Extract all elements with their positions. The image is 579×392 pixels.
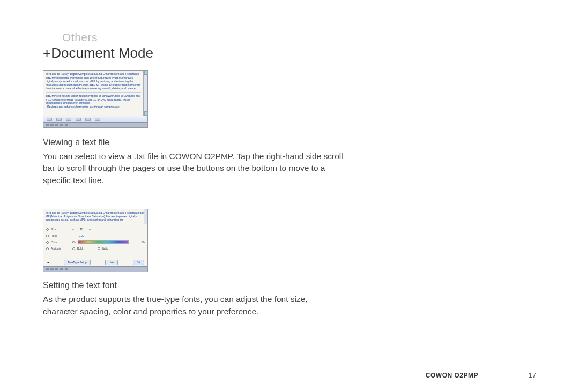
- row-ratio: Ratio − 0.00 +: [46, 232, 145, 239]
- pointer-icon: ◄: [47, 261, 49, 264]
- shot1-para2: BBE MP extends the upper frequency range…: [46, 94, 141, 105]
- row-attribute: Attribute Bold Italic: [46, 245, 145, 252]
- shot2-statusbar: [43, 266, 147, 272]
- row-color: Color Ch Ch: [46, 239, 145, 245]
- page-title: +Document Mode: [43, 45, 536, 62]
- color-gradient-icon: [78, 240, 128, 244]
- page-footer: COWON O2PMP 17: [426, 371, 536, 379]
- row-size: Size − 18 +: [46, 226, 145, 232]
- title-prefix: +: [43, 45, 51, 61]
- section2-body: As the product supports the true-type fo…: [43, 293, 343, 318]
- category-label: Others: [62, 31, 536, 44]
- footer-brand: COWON O2PMP: [426, 372, 478, 379]
- shot1-statusbar: [43, 122, 147, 127]
- shot1-toolbar: [43, 116, 147, 122]
- section1-body: You can select to view a .txt file in CO…: [43, 150, 343, 186]
- shot1-scrollbar: [143, 71, 147, 116]
- section1-heading: Viewing a text file: [43, 138, 536, 147]
- footer-page-number: 17: [525, 371, 536, 379]
- shot1-para3: - Restores and enhances harmonics lost t…: [46, 105, 141, 109]
- footer-rule: [486, 375, 518, 375]
- section2-heading: Setting the text font: [43, 281, 536, 290]
- title-text: Document Mode: [51, 45, 153, 61]
- shot1-para1: MP3 and all "Lossy" Digital Compressed S…: [46, 72, 141, 91]
- shot2-preview: MP3 and all "Lossy" Digital Compressed S…: [43, 209, 147, 224]
- screenshot-font-settings: MP3 and all "Lossy" Digital Compressed S…: [43, 209, 148, 272]
- shot2-buttonrow: ◄ TrueType Setup User OK: [43, 259, 147, 266]
- screenshot-text-viewer: MP3 and all "Lossy" Digital Compressed S…: [43, 70, 148, 128]
